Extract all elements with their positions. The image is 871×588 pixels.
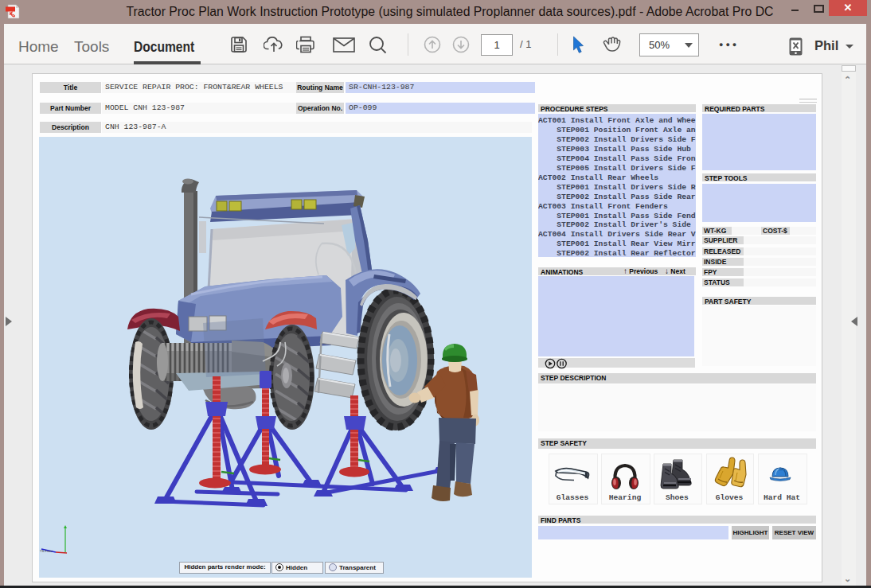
- svg-text:TS-Front: TS-Front: [40, 549, 53, 553]
